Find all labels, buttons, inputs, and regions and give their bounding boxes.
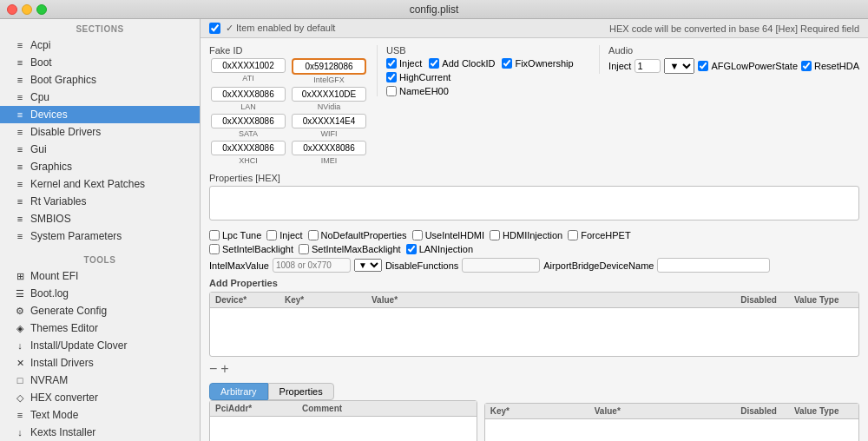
setintelbacklight: SetIntelBacklight <box>209 244 293 254</box>
hex-info-label: HEX code will be converted in base 64 [H… <box>609 23 859 34</box>
sidebar-item-devices[interactable]: ≡ Devices <box>0 106 200 123</box>
sidebar-item-rtvariables[interactable]: ≡ Rt Variables <box>0 193 200 210</box>
sidebar: SECTIONS ≡ Acpi ≡ Boot ≡ Boot Graphics ≡… <box>0 19 201 441</box>
nvram-icon: □ <box>14 375 26 385</box>
sidebar-item-installupdateclover[interactable]: ↓ Install/Update Clover <box>0 337 200 354</box>
col-key2: Key* <box>485 406 589 416</box>
gear-icon: ⚙ <box>14 306 26 317</box>
usb-addclockid-checkbox[interactable] <box>429 58 439 69</box>
bottom-left: Arbitrary Properties PciAddr* Comment − <box>209 383 477 441</box>
sections-label: SECTIONS <box>0 19 200 36</box>
intelmaxvalue-input[interactable] <box>273 258 351 273</box>
disablefunctions-label: DisableFunctions <box>385 260 458 271</box>
traffic-lights <box>7 4 47 15</box>
audio-afglow-checkbox[interactable] <box>698 61 708 71</box>
audio-inject-select[interactable]: ▼ <box>664 58 694 74</box>
fake-id-intelgfx-input[interactable] <box>292 58 366 75</box>
sidebar-item-nvram[interactable]: □ NVRAM <box>0 372 200 389</box>
intelmaxvalue-select[interactable]: ▼ <box>354 259 382 272</box>
col-comment: Comment <box>297 404 477 413</box>
inject-checkbox[interactable] <box>266 230 277 240</box>
bottom-left-table: PciAddr* Comment <box>209 400 477 441</box>
fake-id-imei-input[interactable] <box>292 141 366 155</box>
sidebar-item-generateconfig[interactable]: ⚙ Generate Config <box>0 302 200 319</box>
fake-id-nvidia-input[interactable] <box>292 87 366 102</box>
item-enabled-checkbox[interactable] <box>209 23 220 34</box>
laninjection: LANInjection <box>406 244 473 254</box>
usb-fixownership: FixOwnership <box>502 58 573 69</box>
sidebar-item-bootlog[interactable]: ☰ Boot.log <box>0 285 200 302</box>
add-row-button[interactable]: − <box>209 362 217 376</box>
close-button[interactable] <box>7 4 17 15</box>
airportbridge-input[interactable] <box>657 258 770 273</box>
fake-id-wifi-input[interactable] <box>292 114 366 128</box>
maximize-button[interactable] <box>36 4 47 15</box>
tab-properties[interactable]: Properties <box>268 383 334 400</box>
fake-id-lan-input[interactable] <box>211 87 286 102</box>
sidebar-item-graphics[interactable]: ≡ Graphics <box>0 158 200 175</box>
list-icon: ≡ <box>14 144 26 155</box>
nodefaultprops-checkbox[interactable] <box>308 230 319 240</box>
col-disabled2: Disabled <box>728 406 789 416</box>
col-value2: Value* <box>589 406 728 416</box>
setintelmaxbacklight-checkbox[interactable] <box>299 244 309 254</box>
sidebar-item-themeseditor[interactable]: ◈ Themes Editor <box>0 319 200 337</box>
fake-id-cell-sata: SATA <box>209 114 287 138</box>
list-icon: ≡ <box>14 161 26 172</box>
fake-id-sata-input[interactable] <box>211 114 286 128</box>
sidebar-item-hexconverter[interactable]: ◇ HEX converter <box>0 389 200 406</box>
list-icon: ≡ <box>14 75 26 85</box>
list-icon: ≡ <box>14 214 26 224</box>
col-valuetype2: Value Type <box>789 406 858 416</box>
usb-fixownership-checkbox[interactable] <box>502 58 512 69</box>
setintelbacklight-checkbox[interactable] <box>209 244 220 254</box>
nodefaultprops: NoDefaultProperties <box>308 230 407 240</box>
col-key: Key* <box>279 295 366 305</box>
bottom-left-body <box>210 417 477 441</box>
lpc-tune-checkbox[interactable] <box>209 230 220 240</box>
properties-hex-label: Properties [HEX] <box>209 173 280 183</box>
titlebar: config.plist <box>0 0 868 19</box>
fake-id-ati-input[interactable] <box>211 58 286 73</box>
hdmiinjection-checkbox[interactable] <box>490 230 500 240</box>
sidebar-item-systemparams[interactable]: ≡ System Parameters <box>0 227 200 245</box>
sidebar-item-boot[interactable]: ≡ Boot <box>0 54 200 71</box>
usb-inject-checkbox[interactable] <box>386 58 397 69</box>
sidebar-item-installdrivers[interactable]: ✕ Install Drivers <box>0 354 200 372</box>
sidebar-item-acpi[interactable]: ≡ Acpi <box>0 36 200 54</box>
col-device: Device* <box>210 295 279 305</box>
laninjection-checkbox[interactable] <box>406 244 417 254</box>
sidebar-item-mountefi[interactable]: ⊞ Mount EFI <box>0 267 200 285</box>
usb-nameeh00-checkbox[interactable] <box>386 86 397 96</box>
usb-highcurrent-checkbox[interactable] <box>386 72 397 82</box>
properties-hex-textarea[interactable] <box>209 186 859 220</box>
list-icon: ≡ <box>14 231 26 241</box>
remove-row-button[interactable]: + <box>220 362 228 376</box>
fake-id-cell-wifi: WIFI <box>290 114 368 138</box>
forcehpet: ForceHPET <box>568 230 630 240</box>
disablefunctions-input[interactable] <box>462 258 540 273</box>
main-content: ✓ Item enabled by default HEX code will … <box>201 19 868 441</box>
fake-id-lan-label: LAN <box>240 102 256 111</box>
forcehpet-checkbox[interactable] <box>568 230 578 240</box>
sidebar-item-textmode[interactable]: ≡ Text Mode <box>0 406 200 424</box>
item-enabled-label: ✓ Item enabled by default <box>226 23 335 34</box>
sidebar-item-disabledrivers[interactable]: ≡ Disable Drivers <box>0 123 200 141</box>
sidebar-item-smbios[interactable]: ≡ SMBIOS <box>0 210 200 227</box>
sidebar-item-kernelkext[interactable]: ≡ Kernel and Kext Patches <box>0 175 200 193</box>
fake-id-xhci-input[interactable] <box>211 141 286 155</box>
audio-resethda-checkbox[interactable] <box>801 61 812 71</box>
bottom-right: Key* Value* Disabled Value Type + Custom… <box>484 383 859 441</box>
sidebar-item-bootgraphics[interactable]: ≡ Boot Graphics <box>0 71 200 89</box>
minimize-button[interactable] <box>22 4 32 15</box>
tab-arbitrary[interactable]: Arbitrary <box>209 383 268 400</box>
add-properties-table: Device* Key* Value* Disabled Value Type <box>209 292 859 357</box>
sidebar-item-gui[interactable]: ≡ Gui <box>0 141 200 158</box>
list-icon: ≡ <box>14 92 26 102</box>
fake-id-ati-label: ATI <box>242 74 253 82</box>
useintelhdmi-checkbox[interactable] <box>412 230 423 240</box>
fake-id-cell-imei: IMEI <box>290 141 368 165</box>
sidebar-item-kextsinstaller[interactable]: ↓ Kexts Installer <box>0 424 200 441</box>
sidebar-item-cpu[interactable]: ≡ Cpu <box>0 89 200 106</box>
audio-inject-input[interactable] <box>635 59 661 73</box>
